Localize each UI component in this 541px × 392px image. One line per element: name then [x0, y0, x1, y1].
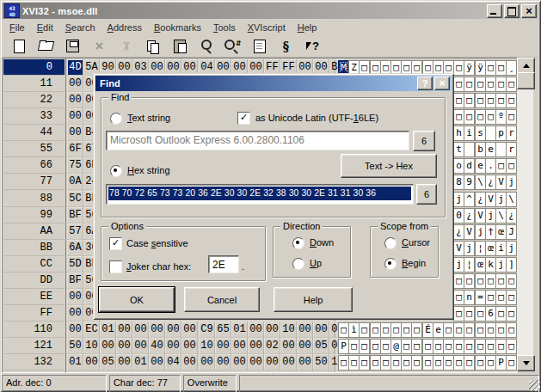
- char-cell[interactable]: r: [506, 126, 517, 141]
- char-cell[interactable]: j: [506, 175, 517, 190]
- address-cell-132[interactable]: 132: [3, 354, 65, 371]
- hex-length-button[interactable]: 6: [416, 184, 437, 205]
- hex-byte-cell[interactable]: 75: [67, 157, 83, 174]
- hex-byte-cell[interactable]: BF: [67, 207, 83, 224]
- text-length-button[interactable]: 6: [413, 131, 435, 151]
- hex-byte-cell[interactable]: 40: [149, 338, 165, 354]
- char-cell[interactable]: □: [506, 273, 517, 289]
- char-cell[interactable]: □: [506, 158, 517, 174]
- direction-down-label[interactable]: Down: [310, 236, 334, 248]
- char-cell[interactable]: ¿: [506, 208, 517, 224]
- find-replace-icon[interactable]: ⇵: [223, 37, 243, 56]
- char-cell[interactable]: □: [506, 355, 517, 371]
- address-cell-CC[interactable]: CC: [3, 256, 65, 273]
- direction-down-radio[interactable]: [292, 237, 304, 249]
- hex-byte-cell[interactable]: 6A: [67, 240, 83, 256]
- char-cell[interactable]: ¿: [464, 208, 475, 224]
- hex-byte-cell[interactable]: 5D: [67, 256, 83, 273]
- cancel-button[interactable]: Cancel: [184, 287, 260, 312]
- find-icon[interactable]: [196, 37, 216, 56]
- char-cell[interactable]: ^: [464, 192, 475, 207]
- properties-icon[interactable]: [249, 37, 269, 56]
- address-cell-77[interactable]: 77: [3, 174, 65, 190]
- char-cell[interactable]: □: [464, 273, 475, 289]
- resize-grip[interactable]: [529, 380, 540, 391]
- hex-byte-cell[interactable]: 00: [181, 338, 198, 354]
- vertical-scrollbar[interactable]: [517, 58, 533, 371]
- hex-byte-cell[interactable]: 04: [165, 354, 181, 371]
- char-cell[interactable]: \: [506, 192, 517, 207]
- hex-byte-cell[interactable]: 00: [67, 76, 83, 92]
- scrollbar-thumb[interactable]: [517, 72, 535, 89]
- hex-byte-cell[interactable]: 57: [67, 224, 83, 240]
- hex-byte-cell[interactable]: 00: [165, 322, 181, 338]
- hex-byte-cell[interactable]: 01: [100, 322, 116, 338]
- hex-byte-cell[interactable]: 0A: [67, 174, 83, 190]
- hex-byte-cell[interactable]: 00: [280, 338, 297, 354]
- char-cell[interactable]: i: [464, 126, 475, 141]
- hex-string-label[interactable]: Hex string: [127, 164, 170, 176]
- address-cell-FF[interactable]: FF: [3, 305, 65, 322]
- dialog-help-button[interactable]: [417, 77, 433, 90]
- char-cell[interactable]: □: [506, 77, 517, 92]
- address-cell-55[interactable]: 55: [3, 141, 65, 157]
- case-sensitive-label[interactable]: Case sensitive: [126, 237, 188, 249]
- char-cell[interactable]: □: [464, 355, 475, 371]
- scope-cursor-radio[interactable]: [384, 237, 397, 249]
- char-cell[interactable]: □: [506, 109, 517, 125]
- open-file-icon[interactable]: [36, 37, 56, 56]
- hex-byte-cell[interactable]: 00: [100, 338, 116, 354]
- address-cell-22[interactable]: 22: [3, 92, 65, 108]
- hex-byte-cell[interactable]: 00: [199, 354, 215, 371]
- hex-byte-cell[interactable]: 50: [67, 338, 83, 354]
- hex-byte-cell[interactable]: 01: [132, 354, 149, 371]
- char-cell[interactable]: d: [464, 158, 475, 174]
- hex-byte-cell[interactable]: 10: [280, 322, 297, 338]
- hex-byte-cell[interactable]: 00: [149, 322, 165, 338]
- address-cell-EE[interactable]: EE: [3, 289, 65, 305]
- menu-search[interactable]: Search: [59, 21, 101, 34]
- paste-icon[interactable]: [169, 37, 189, 56]
- close-file-icon[interactable]: [89, 37, 109, 56]
- cut-icon[interactable]: [116, 37, 136, 56]
- char-cell[interactable]: □: [411, 322, 422, 338]
- char-cell[interactable]: □: [506, 290, 517, 305]
- hex-byte-cell[interactable]: 00: [67, 92, 83, 108]
- hex-byte-cell[interactable]: 65: [215, 322, 231, 338]
- hex-byte-cell[interactable]: 05: [313, 338, 329, 354]
- scope-cursor-label[interactable]: Cursor: [402, 236, 430, 248]
- title-bar[interactable]: 43 4D XVI32 - msoe.dll: [3, 3, 538, 19]
- script-icon[interactable]: [276, 37, 296, 56]
- hex-byte-cell[interactable]: 00: [181, 322, 198, 338]
- address-cell-121[interactable]: 121: [3, 338, 65, 354]
- address-cell-33[interactable]: 33: [3, 108, 65, 125]
- char-cell[interactable]: □: [506, 306, 517, 322]
- hex-byte-cell[interactable]: 00: [280, 354, 297, 371]
- address-cell-110[interactable]: 110: [3, 322, 65, 338]
- joker-char-checkbox[interactable]: [109, 260, 122, 273]
- hex-byte-cell[interactable]: 00: [248, 322, 264, 338]
- hex-byte-cell[interactable]: 00: [116, 354, 132, 371]
- hex-byte-cell[interactable]: 00: [149, 354, 165, 371]
- hex-byte-cell[interactable]: 00: [67, 289, 83, 305]
- char-cell[interactable]: ÿ: [464, 60, 475, 76]
- char-cell[interactable]: □: [411, 355, 422, 371]
- hex-byte-cell[interactable]: 5C: [67, 191, 83, 207]
- text-to-hex-button[interactable]: Text -> Hex: [341, 154, 437, 178]
- char-cell[interactable]: □: [464, 322, 475, 338]
- char-cell[interactable]: ]: [506, 257, 517, 273]
- hex-byte-cell[interactable]: 10: [83, 338, 100, 354]
- joker-char-input[interactable]: 2E: [208, 255, 239, 273]
- address-cell-AA[interactable]: AA: [3, 224, 65, 240]
- hex-byte-cell[interactable]: EC: [83, 322, 100, 338]
- hex-byte-cell[interactable]: 01: [231, 322, 248, 338]
- hex-byte-cell[interactable]: 00: [231, 338, 248, 354]
- char-cell[interactable]: □: [464, 93, 475, 108]
- menu-bookmarks[interactable]: Bookmarks: [148, 21, 207, 34]
- scope-begin-label[interactable]: Begin: [402, 257, 426, 269]
- app-icon[interactable]: 43 4D: [4, 3, 20, 18]
- copy-icon[interactable]: [143, 37, 163, 56]
- address-cell-BB[interactable]: BB: [3, 240, 65, 256]
- char-cell[interactable]: □: [506, 339, 517, 354]
- hex-byte-cell[interactable]: 50: [313, 354, 329, 371]
